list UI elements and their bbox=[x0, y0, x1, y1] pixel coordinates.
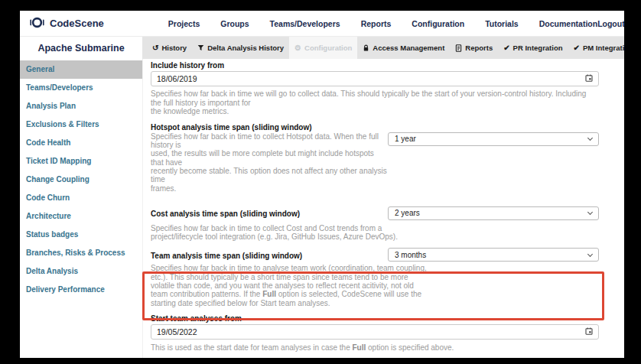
tab-access-management[interactable]: Access Management bbox=[357, 37, 450, 59]
check-icon: ✔ bbox=[574, 44, 580, 52]
tab-pr-integration[interactable]: ✔ PR Integration bbox=[498, 37, 568, 59]
hotspot-timespan-label: Hotspot analysis time span (sliding wind… bbox=[151, 123, 599, 132]
report-icon bbox=[455, 44, 462, 52]
sidebar-item-code-churn[interactable]: Code Churn bbox=[20, 189, 142, 207]
full-option-keyword: Full bbox=[262, 290, 276, 298]
app-window: CodeScene Projects Groups Teams/Develope… bbox=[20, 11, 624, 358]
nav-item-reports[interactable]: Reports bbox=[361, 19, 392, 28]
start-team-analyses-label: Start team analyses from bbox=[151, 314, 599, 323]
sidebar-item-general[interactable]: General bbox=[20, 60, 142, 79]
cost-timespan-value: 2 years bbox=[395, 209, 420, 217]
top-navbar: CodeScene Projects Groups Teams/Develope… bbox=[20, 11, 624, 37]
tab-configuration[interactable]: ⚙ Configuration bbox=[289, 37, 357, 59]
chevron-down-icon bbox=[587, 210, 593, 215]
include-history-date-input[interactable]: 18/06/2019 bbox=[151, 71, 599, 86]
tab-delta-analysis-history[interactable]: Delta Analysis History bbox=[192, 37, 289, 59]
body-row: General Teams/Developers Analysis Plan E… bbox=[20, 59, 624, 358]
start-team-analyses-help: This is used as the start date for team … bbox=[151, 343, 599, 353]
sidebar-item-branches-risks-process[interactable]: Branches, Risks & Process bbox=[20, 244, 142, 262]
sidebar-item-ticket-id-mapping[interactable]: Ticket ID Mapping bbox=[20, 152, 142, 171]
filter-icon bbox=[197, 44, 204, 51]
cost-timespan-desc: Specifies how far back in time to collec… bbox=[151, 224, 599, 242]
logout-link[interactable]: Logout bbox=[597, 19, 624, 28]
nav-item-projects[interactable]: Projects bbox=[168, 19, 200, 28]
chevron-down-icon bbox=[587, 252, 593, 257]
sidebar-item-delta-analysis[interactable]: Delta Analysis bbox=[20, 262, 142, 281]
gear-icon: ⚙ bbox=[294, 44, 301, 52]
chevron-down-icon bbox=[587, 135, 593, 141]
sidebar-item-change-coupling[interactable]: Change Coupling bbox=[20, 171, 142, 189]
project-title: Apache Submarine bbox=[20, 37, 142, 59]
project-tabs: ↺ History Delta Analysis History ⚙ Confi… bbox=[142, 37, 624, 59]
include-history-help: Specifies how far back in time we will g… bbox=[151, 89, 599, 116]
cost-timespan-select[interactable]: 2 years bbox=[388, 206, 599, 220]
team-timespan-desc: Specifies how far back in time to analys… bbox=[151, 264, 599, 307]
start-team-analyses-date-input[interactable]: 19/05/2022 bbox=[151, 324, 599, 340]
nav-item-groups[interactable]: Groups bbox=[220, 19, 249, 28]
nav-item-documentation[interactable]: Documentation bbox=[539, 19, 597, 28]
tab-history[interactable]: ↺ History bbox=[147, 37, 192, 59]
sidebar-item-delivery-performance[interactable]: Delivery Performance bbox=[20, 281, 142, 299]
include-history-label: Include history from bbox=[151, 61, 599, 70]
nav-item-tutorials[interactable]: Tutorials bbox=[485, 19, 519, 28]
start-team-analyses-date-value: 19/05/2022 bbox=[157, 327, 197, 336]
brand-name: CodeScene bbox=[50, 18, 104, 29]
sidebar-item-teams-developers[interactable]: Teams/Developers bbox=[20, 79, 142, 97]
hotspot-timespan-select[interactable]: 1 year bbox=[388, 132, 599, 146]
calendar-icon[interactable] bbox=[585, 74, 593, 83]
calendar-icon[interactable] bbox=[585, 327, 593, 336]
hotspot-timespan-value: 1 year bbox=[395, 135, 416, 143]
lock-icon bbox=[363, 44, 369, 52]
team-timespan-label: Team analysis time span (sliding window) bbox=[151, 250, 302, 260]
check-icon: ✔ bbox=[503, 44, 509, 52]
team-timespan-value: 3 months bbox=[395, 251, 426, 259]
sidebar-item-analysis-plan[interactable]: Analysis Plan bbox=[20, 97, 142, 115]
tab-row: Apache Submarine ↺ History Delta Analysi… bbox=[20, 37, 624, 59]
cost-timespan-label: Cost analysis time span (sliding window) bbox=[151, 208, 300, 218]
codescene-logo-icon bbox=[29, 16, 45, 31]
full-option-keyword: Full bbox=[352, 343, 366, 352]
sidebar-item-status-badges[interactable]: Status badges bbox=[20, 226, 142, 244]
hotspot-timespan-desc: Specifies how far back in time to collec… bbox=[151, 132, 388, 193]
include-history-date-value: 18/06/2019 bbox=[157, 74, 197, 83]
codescene-logo[interactable]: CodeScene bbox=[29, 16, 104, 31]
history-icon: ↺ bbox=[152, 44, 158, 52]
tab-pm-integration[interactable]: ✔ PM Integration bbox=[568, 37, 624, 59]
team-timespan-select[interactable]: 3 months bbox=[388, 248, 599, 262]
nav-links: Projects Groups Teams/Developers Reports… bbox=[168, 19, 597, 28]
nav-item-configuration[interactable]: Configuration bbox=[412, 19, 464, 28]
sidebar-item-exclusions-filters[interactable]: Exclusions & Filters bbox=[20, 115, 142, 134]
main-content: Include history from 18/06/2019 Specifie… bbox=[142, 59, 624, 358]
sidebar-item-code-health[interactable]: Code Health bbox=[20, 134, 142, 152]
sidebar: General Teams/Developers Analysis Plan E… bbox=[20, 59, 142, 358]
sidebar-item-architecture[interactable]: Architecture bbox=[20, 207, 142, 226]
nav-item-teams-developers[interactable]: Teams/Developers bbox=[270, 19, 340, 28]
tab-reports[interactable]: Reports bbox=[450, 37, 498, 59]
